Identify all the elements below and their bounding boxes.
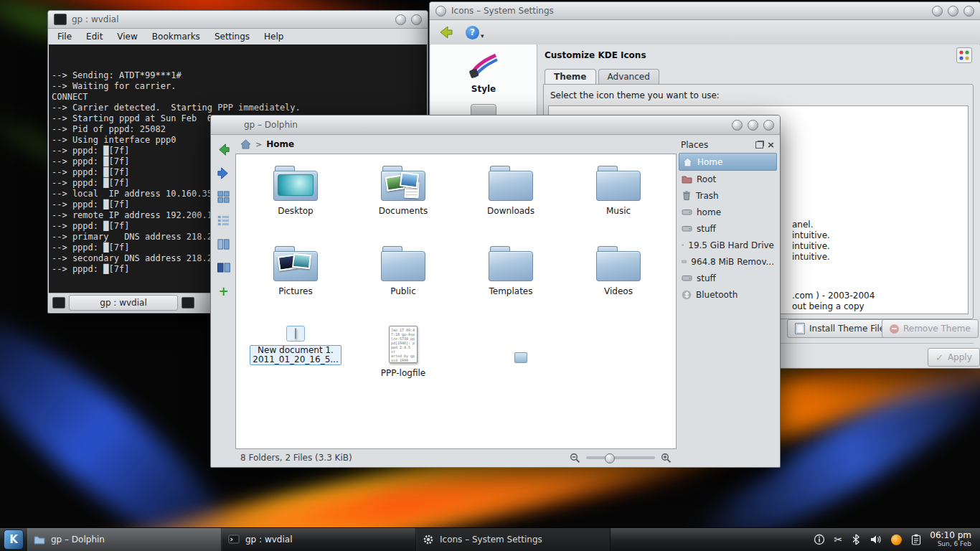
folder-item[interactable]: Downloads — [457, 158, 565, 238]
taskbar-task-system-settings[interactable]: Icons – System Settings — [416, 528, 611, 551]
overview-grid-icon[interactable] — [956, 47, 972, 63]
folder-icon-pictures — [273, 245, 318, 281]
notifications-icon[interactable] — [814, 534, 825, 545]
bluetooth-tray-icon[interactable] — [852, 534, 860, 545]
theme-description-fragment: intuitive. — [792, 252, 830, 262]
places-item-bluetooth[interactable]: Bluetooth — [679, 286, 777, 303]
tab-theme[interactable]: Theme — [545, 69, 596, 84]
menu-help[interactable]: Help — [264, 32, 283, 42]
terminal-tab[interactable]: gp : wvdial — [69, 295, 178, 311]
theme-file-icon — [795, 323, 805, 334]
folder-view[interactable]: Desktop Documents Downloads — [235, 154, 677, 449]
menu-file[interactable]: File — [57, 32, 72, 42]
details-view-icon — [217, 214, 230, 227]
places-item-hard-drive[interactable]: 19.5 GiB Hard Drive — [679, 237, 777, 253]
minimize-button[interactable] — [732, 120, 743, 131]
maximize-button[interactable] — [748, 120, 758, 131]
terminal-titlebar[interactable]: gp : wvdial — [48, 11, 428, 29]
new-tab-button[interactable] — [52, 297, 65, 309]
places-item-label: Trash — [696, 191, 719, 201]
file-item-selected[interactable]: New document 1. 2011_01_20_16_5... — [242, 319, 349, 399]
tab-advanced[interactable]: Advanced — [598, 69, 659, 84]
sidebar-item-style[interactable]: Style — [430, 50, 537, 94]
detach-panel-icon[interactable] — [755, 141, 763, 149]
clipboard-tray-icon[interactable] — [911, 534, 921, 545]
split-view-button[interactable] — [215, 260, 232, 276]
close-button[interactable] — [411, 14, 422, 25]
places-item-root[interactable]: Root — [679, 171, 777, 187]
columns-view-button[interactable] — [215, 236, 232, 252]
dolphin-title: gp – Dolphin — [217, 120, 298, 130]
zoom-slider-handle[interactable] — [605, 453, 615, 463]
menu-view[interactable]: View — [117, 32, 137, 42]
file-grid: Desktop Documents Downloads — [242, 158, 672, 399]
folder-icon-desktop — [273, 165, 318, 201]
close-panel-icon[interactable]: × — [767, 141, 775, 149]
klipper-scissors-icon[interactable]: ✂ — [834, 534, 843, 545]
dolphin-toolbar: + — [212, 135, 235, 466]
app-launcher-button[interactable]: K — [0, 528, 27, 551]
zoom-slider[interactable] — [586, 456, 655, 459]
places-item-removable[interactable]: 964.8 MiB Remov... — [679, 253, 777, 270]
menu-edit[interactable]: Edit — [86, 32, 103, 42]
folder-item[interactable]: Pictures — [242, 238, 349, 319]
zoom-in-icon[interactable] — [661, 453, 672, 463]
remove-theme-button[interactable]: Remove Theme — [882, 319, 979, 338]
apply-button[interactable]: ✓ Apply — [928, 348, 980, 367]
folder-item[interactable]: Desktop — [242, 158, 349, 238]
volume-icon[interactable] — [870, 534, 882, 545]
minimize-button[interactable] — [932, 6, 943, 17]
drive-icon — [682, 273, 692, 283]
menu-bookmarks[interactable]: Bookmarks — [152, 32, 200, 42]
clock[interactable]: 06:10 pm Sun, 6 Feb — [930, 528, 980, 551]
tab-list-button[interactable] — [182, 297, 194, 309]
folder-item[interactable]: Music — [565, 158, 672, 238]
folder-icon — [381, 245, 425, 281]
theme-description-fragment: intuitive. — [792, 230, 830, 240]
menu-settings[interactable]: Settings — [215, 32, 250, 42]
folder-item[interactable]: Documents — [349, 158, 457, 238]
taskbar-task-terminal[interactable]: gp : wvdial — [222, 528, 416, 551]
check-icon: ✓ — [936, 352, 943, 363]
maximize-button[interactable] — [948, 6, 958, 17]
forward-icon — [216, 166, 231, 181]
status-text: 8 Folders, 2 Files (3.3 KiB) — [240, 453, 352, 463]
folder-item[interactable]: Videos — [565, 238, 672, 319]
file-item[interactable]: Jan 17 09:47:18 gp-Asplre-5738 pppd[1946… — [349, 319, 457, 399]
icons-view-button[interactable] — [215, 189, 232, 204]
task-label: Icons – System Settings — [440, 534, 542, 545]
places-item-stuff2[interactable]: stuff — [679, 270, 777, 286]
selection-highlight — [286, 326, 305, 342]
system-settings-titlebar[interactable]: Icons – System Settings — [430, 2, 980, 20]
details-view-button[interactable] — [215, 212, 232, 228]
kde-logo-icon: K — [4, 529, 24, 550]
taskbar-task-dolphin[interactable]: gp – Dolphin — [27, 528, 222, 551]
help-button[interactable]: ? ▾ — [466, 26, 484, 39]
maximize-button[interactable] — [395, 14, 406, 25]
add-button[interactable]: + — [215, 283, 232, 299]
trash-icon — [682, 190, 692, 201]
forward-button[interactable] — [215, 165, 232, 181]
style-icon — [468, 50, 499, 79]
zoom-out-icon[interactable] — [570, 453, 580, 463]
dolphin-center: > Home Desktop — [235, 135, 677, 466]
places-item-trash[interactable]: Trash — [679, 187, 777, 204]
folder-item[interactable]: Templates — [457, 238, 565, 319]
file-label: PPP-logfile — [381, 368, 425, 378]
folder-item[interactable]: Public — [349, 238, 457, 319]
close-button[interactable] — [763, 120, 774, 131]
places-item-home[interactable]: Home — [679, 153, 777, 171]
places-item-stuff[interactable]: stuff — [679, 220, 777, 237]
home-icon[interactable] — [240, 139, 251, 149]
gear-icon — [423, 534, 434, 545]
back-icon[interactable] — [437, 24, 454, 41]
dolphin-titlebar[interactable]: gp – Dolphin — [211, 116, 780, 135]
close-button[interactable] — [963, 6, 974, 17]
task-label: gp – Dolphin — [51, 534, 105, 545]
breadcrumb-current[interactable]: Home — [266, 139, 294, 149]
drive-icon — [682, 207, 692, 217]
window-menu-button[interactable] — [435, 6, 446, 17]
back-button[interactable] — [215, 141, 232, 157]
places-item-home-mount[interactable]: home — [679, 204, 777, 220]
updates-tray-icon[interactable] — [891, 534, 902, 545]
